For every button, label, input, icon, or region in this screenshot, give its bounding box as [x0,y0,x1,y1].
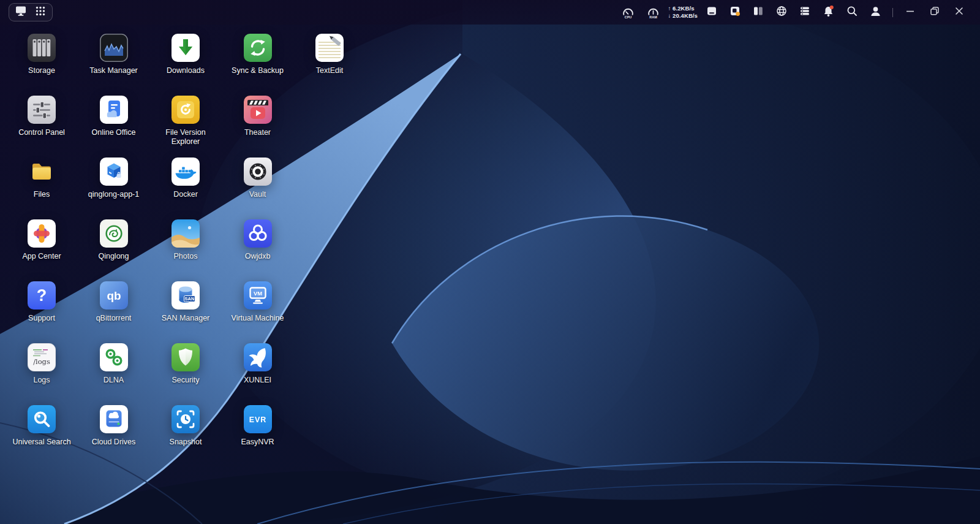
file-version-icon [172,96,200,124]
app-label: Photos [174,252,198,261]
dlna-icon [100,343,128,371]
app-virtual-machine[interactable]: VMVirtual Machine [222,281,293,323]
app-app-center[interactable]: App Center [6,219,77,261]
snapshot-icon [172,405,200,433]
app-easynvr[interactable]: EVREasyNVR [222,405,293,447]
sync-backup-icon [244,34,272,62]
monitor-icon [14,6,28,19]
app-label: Snapshot [170,438,202,447]
app-universal-search[interactable]: Universal Search [6,405,77,447]
app-logs[interactable]: /logsLogs [6,343,77,385]
network-tray-button[interactable] [770,0,793,25]
system-tray: CPU RAM ↑ 6.2KB/s ↓ 20.4KB/s [616,0,971,25]
app-owjdxb[interactable]: Owjdxb [222,219,293,261]
app-label: Downloads [167,66,205,75]
logs-icon: /logs [28,343,56,371]
app-label: Storage [28,66,55,75]
close-button[interactable] [947,0,971,25]
universal-search-icon [28,405,56,433]
disk-tray-button[interactable] [700,0,723,25]
app-qbittorrent[interactable]: qbqBittorrent [78,281,149,323]
app-label: EasyNVR [241,438,274,447]
app-qinglong-app-1[interactable]: qinglong-app-1 [78,158,149,199]
app-san-manager[interactable]: SANSAN Manager [150,281,221,323]
app-center-icon [28,219,56,248]
app-label: Docker [173,190,198,199]
san-manager-icon: SAN [172,281,200,309]
app-photos[interactable]: Photos [150,219,221,261]
task-manager-icon [100,34,128,62]
svg-text:/logs: /logs [33,357,50,366]
app-security[interactable]: Security [150,343,221,385]
app-label: Virtual Machine [232,314,284,323]
app-sync-backup[interactable]: Sync & Backup [222,34,293,75]
app-docker[interactable]: Docker [150,158,221,199]
theater-icon [244,96,272,124]
qbittorrent-icon: qb [100,281,128,309]
svg-text:RAM: RAM [650,15,658,18]
app-label: Task Manager [89,66,138,75]
app-label: Sync & Backup [232,66,284,75]
app-label: Owjdxb [245,252,271,261]
app-xunlei[interactable]: XUNLEI [222,343,293,385]
docker-icon [172,158,200,186]
app-label: Theater [244,128,271,137]
panel-icon [752,5,764,20]
app-label: qBittorrent [96,314,132,323]
server-stack-icon [799,5,811,20]
app-textedit[interactable]: TextEdit [294,34,365,75]
network-speed[interactable]: ↑ 6.2KB/s ↓ 20.4KB/s [668,5,698,20]
close-icon [954,6,965,19]
app-support[interactable]: ?Support [6,281,77,323]
view-switcher [9,3,53,21]
bell-icon [822,5,835,20]
app-downloads[interactable]: Downloads [150,34,221,75]
app-task-manager[interactable]: Task Manager [78,34,149,75]
app-file-version-explorer[interactable]: File Version Explorer [150,96,221,147]
app-files[interactable]: Files [6,158,77,199]
virtual-machine-icon: VM [244,281,272,309]
storage-icon [28,34,56,62]
topbar: CPU RAM ↑ 6.2KB/s ↓ 20.4KB/s [0,0,980,25]
search-icon [846,5,858,20]
app-list-button[interactable] [32,6,48,19]
app-label: Qinglong [98,252,129,261]
files-icon [28,158,56,186]
search-button[interactable] [840,0,864,25]
app-control-panel[interactable]: Control Panel [6,96,77,137]
network-upload-speed: ↑ 6.2KB/s [668,5,698,12]
account-button[interactable] [864,0,888,25]
control-panel-icon [28,96,56,124]
svg-text:?: ? [37,286,47,305]
svg-text:EVR: EVR [249,416,266,424]
notifications-button[interactable] [816,0,840,25]
app-label: Files [34,190,50,199]
app-label: Cloud Drives [92,438,136,447]
app-vault[interactable]: Vault [222,158,293,199]
backup-tray-button[interactable] [723,0,747,25]
restore-button[interactable] [922,0,947,25]
app-storage[interactable]: Storage [6,34,77,75]
network-download-speed: ↓ 20.4KB/s [668,12,698,20]
cpu-gauge[interactable]: CPU [616,0,640,25]
app-label: Security [172,376,199,385]
ram-gauge-icon: RAM [647,6,660,19]
services-tray-button[interactable] [793,0,816,25]
app-label: Control Panel [18,128,65,137]
app-dlna[interactable]: DLNA [78,343,149,385]
app-label: File Version Explorer [151,128,221,147]
ram-gauge[interactable]: RAM [641,0,665,25]
app-theater[interactable]: Theater [222,96,293,137]
desktop-view-button[interactable] [13,6,29,19]
app-cloud-drives[interactable]: Cloud Drives [78,405,149,447]
app-qinglong[interactable]: Qinglong [78,219,149,261]
app-online-office[interactable]: Online Office [78,96,149,137]
support-icon: ? [28,281,56,309]
widgets-tray-button[interactable] [747,0,770,25]
desktop-app-grid: StorageTask ManagerDownloadsSync & Backu… [0,0,980,524]
user-icon [869,5,882,20]
app-snapshot[interactable]: Snapshot [150,405,221,447]
qinglong-icon [100,219,128,248]
app-label: App Center [22,252,61,261]
minimize-button[interactable] [898,0,922,25]
